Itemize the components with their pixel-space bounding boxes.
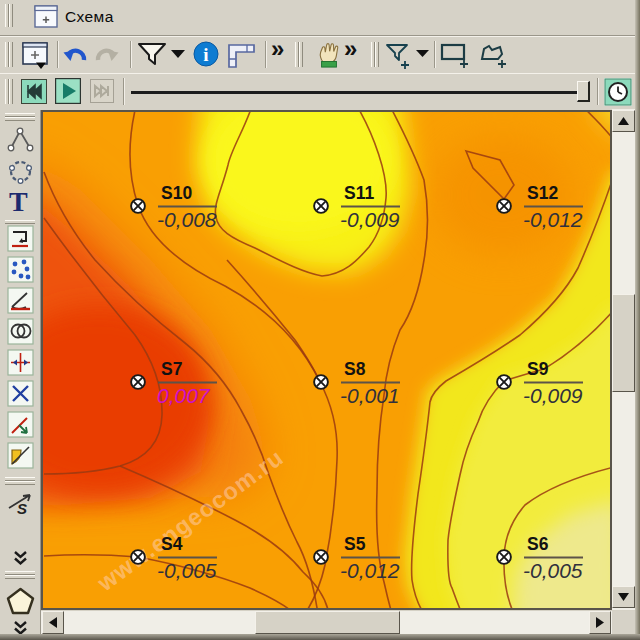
svg-text:S6: S6 (527, 534, 549, 554)
svg-text:S11: S11 (344, 183, 374, 203)
svg-text:S4: S4 (161, 534, 183, 554)
svg-text:S10: S10 (161, 183, 192, 203)
svg-text:S9: S9 (527, 359, 549, 379)
svg-text:-0,005: -0,005 (157, 559, 217, 582)
svg-text:-0,005: -0,005 (523, 559, 583, 582)
svg-text:-0,009: -0,009 (340, 208, 400, 231)
svg-text:-0,009: -0,009 (523, 384, 583, 407)
svg-text:S7: S7 (161, 359, 182, 379)
svg-text:-0,012: -0,012 (340, 559, 400, 582)
svg-text:S: S (17, 500, 27, 517)
svg-text:S5: S5 (344, 534, 366, 554)
svg-text:S8: S8 (344, 359, 366, 379)
svg-text:S12: S12 (527, 183, 558, 203)
svg-text:0,007: 0,007 (157, 384, 211, 407)
svg-text:-0,012: -0,012 (523, 208, 583, 231)
svg-text:i: i (203, 44, 208, 65)
svg-text:-0,008: -0,008 (157, 208, 217, 231)
svg-text:-0,001: -0,001 (340, 384, 400, 407)
